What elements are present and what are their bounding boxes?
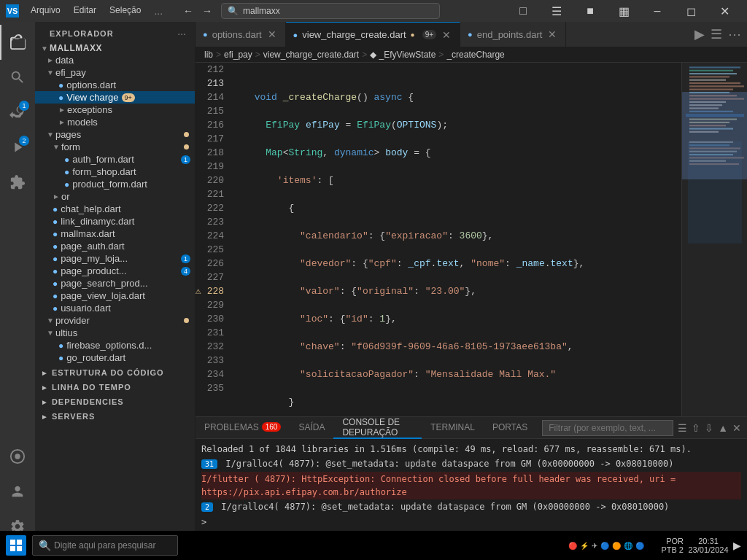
folder-data[interactable]: ► data: [35, 54, 195, 66]
folder-ultius[interactable]: ▼ ultius: [35, 327, 195, 339]
tab-options-close[interactable]: ✕: [266, 28, 278, 40]
panel-tab-saida[interactable]: SAÍDA: [290, 417, 333, 439]
file-page-auth[interactable]: ● page_auth.dart: [35, 240, 195, 252]
file-page-view-loja[interactable]: ● page_view_loja.dart: [35, 289, 195, 302]
file-usuario[interactable]: ● usuario.dart: [35, 302, 195, 314]
file-auth-form[interactable]: ● auth_form.dart 1: [35, 153, 195, 166]
panel-toggle[interactable]: ☰: [540, 0, 573, 22]
menu-arquivo[interactable]: Arquivo: [25, 4, 66, 18]
search-text: mallmaxx: [243, 6, 280, 16]
search-bar[interactable]: 🔍 mallmaxx: [221, 3, 440, 19]
run-file-button[interactable]: ▶: [694, 26, 705, 42]
forward-button[interactable]: →: [199, 5, 215, 17]
tab-view-charge-close[interactable]: ✕: [441, 29, 452, 41]
ln-224: 224: [196, 229, 228, 243]
sidebar-more-button[interactable]: ···: [177, 28, 186, 39]
file-page-product[interactable]: ● page_product... 4: [35, 265, 195, 277]
folder-exceptions[interactable]: ► exceptions: [35, 104, 195, 116]
folder-efi-pay[interactable]: ▼ efi_pay: [35, 66, 195, 79]
breadcrumb-state[interactable]: ◆ _EfyViewState: [370, 50, 436, 60]
code-line-213: void _createCharge() async {: [243, 90, 681, 104]
file-view-charge[interactable]: ● View charge 9+: [35, 91, 195, 104]
more-actions-button[interactable]: ⋯: [728, 26, 741, 42]
breadcrumb-lib[interactable]: lib: [204, 50, 213, 60]
account-activity[interactable]: [0, 474, 35, 509]
panel-up-button[interactable]: ⇧: [692, 422, 700, 434]
folder-form[interactable]: ▼ form: [35, 141, 195, 153]
breadcrumb-file[interactable]: view_charge_create.dart: [263, 50, 359, 60]
split-editor-button[interactable]: ☰: [711, 26, 722, 42]
file-options-dart[interactable]: ● options.dart: [35, 79, 195, 91]
file-form-shop[interactable]: ● form_shop.dart: [35, 166, 195, 178]
file-product-form[interactable]: ● product_form.dart: [35, 178, 195, 190]
folder-pages[interactable]: ▼ pages: [35, 128, 195, 141]
panel-filter-button[interactable]: ☰: [678, 422, 687, 434]
panel-prompt[interactable]: >: [201, 515, 741, 529]
git-activity[interactable]: [0, 439, 35, 474]
minimize-button[interactable]: –: [640, 0, 674, 22]
panel-close-button[interactable]: ✕: [732, 422, 741, 434]
file-page-my-loja[interactable]: ● page_my_loja... 1: [35, 252, 195, 265]
run-activity[interactable]: 2: [0, 130, 35, 165]
panel-maximize-button[interactable]: ▲: [718, 422, 728, 434]
ln-235: 235: [196, 381, 228, 395]
code-panel[interactable]: 212 213 214 215 216 217 218 219 220 221 …: [196, 63, 681, 416]
file-link-dinamyc[interactable]: ● link_dinamyc.dart: [35, 215, 195, 228]
menu-editar[interactable]: Editar: [68, 4, 102, 18]
search-activity[interactable]: [0, 60, 35, 95]
taskbar-datetime[interactable]: 20:31 23/01/2024: [686, 537, 730, 554]
file-firebase-options[interactable]: ● firebase_options.d...: [35, 339, 195, 351]
layout-toggle[interactable]: □: [506, 0, 540, 22]
tab-view-charge[interactable]: ● view_charge_create.dart ● 9+ ✕: [286, 22, 460, 47]
tab-end-points[interactable]: ● end_points.dart ✕: [460, 22, 566, 47]
section-linha-tempo[interactable]: ► LINHA DO TEMPO: [35, 378, 195, 393]
file-go-router[interactable]: ● go_router.dart: [35, 351, 195, 364]
breadcrumb-efi-pay[interactable]: efi_pay: [224, 50, 252, 60]
tray-icon-2[interactable]: ⚡: [580, 542, 589, 550]
panel-down-button[interactable]: ⇩: [705, 422, 713, 434]
layout-panel[interactable]: ▦: [607, 0, 640, 22]
tray-icon-4[interactable]: 🟠: [612, 542, 621, 550]
close-button[interactable]: ✕: [708, 0, 741, 22]
code-lines[interactable]: void _createCharge() async { EfiPay efiP…: [234, 63, 681, 416]
folder-or[interactable]: ► or: [35, 190, 195, 203]
project-root[interactable]: ▼ MALLMAXX: [35, 42, 195, 54]
file-mallmax[interactable]: ● mallmax.dart: [35, 228, 195, 240]
menu-more[interactable]: ...: [148, 4, 169, 18]
folder-models[interactable]: ► models: [35, 116, 195, 128]
tray-icon-3[interactable]: ✈: [592, 542, 597, 550]
extensions-activity[interactable]: [0, 165, 35, 200]
start-button[interactable]: [6, 535, 26, 556]
section-servers[interactable]: ► SERVERS: [35, 408, 195, 422]
tray-icon-6[interactable]: 🔵: [635, 542, 644, 550]
tray-icon-1[interactable]: 🔴: [568, 542, 577, 550]
panel-tab-portas[interactable]: PORTAS: [484, 417, 536, 439]
breadcrumb-method[interactable]: _createCharge: [446, 50, 504, 60]
tab-options-dart[interactable]: ● options.dart ✕: [196, 22, 286, 47]
taskbar-time[interactable]: POR PTB 2: [647, 537, 684, 554]
svg-point-1: [15, 454, 20, 459]
file-page-search-prod[interactable]: ● page_search_prod...: [35, 277, 195, 289]
explorer-activity[interactable]: [0, 25, 35, 60]
sidebar-toggle[interactable]: ■: [573, 0, 607, 22]
panel-filter-input[interactable]: [542, 420, 673, 436]
minimap[interactable]: [681, 63, 747, 416]
section-estrutura[interactable]: ► ESTRUTURA DO CÓDIGO: [35, 364, 195, 378]
code-line-220: "valor": {"original": "23.00"},: [243, 284, 681, 298]
menu-selecao[interactable]: Seleção: [104, 4, 147, 18]
taskbar-search[interactable]: 🔍 Digite aqui para pesquisar: [32, 535, 178, 556]
panel-content[interactable]: Reloaded 1 of 1844 libraries in 1.516ms …: [196, 439, 747, 544]
tray-icon-vscode[interactable]: 🔵: [600, 542, 609, 550]
panel-tab-problems[interactable]: PROBLEMAS 160: [196, 417, 290, 439]
tray-icon-5[interactable]: 🌐: [624, 542, 632, 550]
file-chat-help[interactable]: ● chat_help.dart: [35, 203, 195, 215]
tab-end-points-close[interactable]: ✕: [546, 28, 558, 40]
show-desktop-button[interactable]: ▶: [733, 540, 741, 551]
back-button[interactable]: ←: [180, 5, 196, 17]
panel-tab-terminal[interactable]: TERMINAL: [422, 417, 484, 439]
source-control-activity[interactable]: 1: [0, 95, 35, 130]
folder-provider[interactable]: ▼ provider: [35, 314, 195, 327]
section-dependencies[interactable]: ► DEPENDENCIES: [35, 393, 195, 408]
maximize-button[interactable]: ◻: [674, 0, 708, 22]
panel-tab-console[interactable]: CONSOLE DE DEPURAÇÃO: [333, 417, 422, 439]
